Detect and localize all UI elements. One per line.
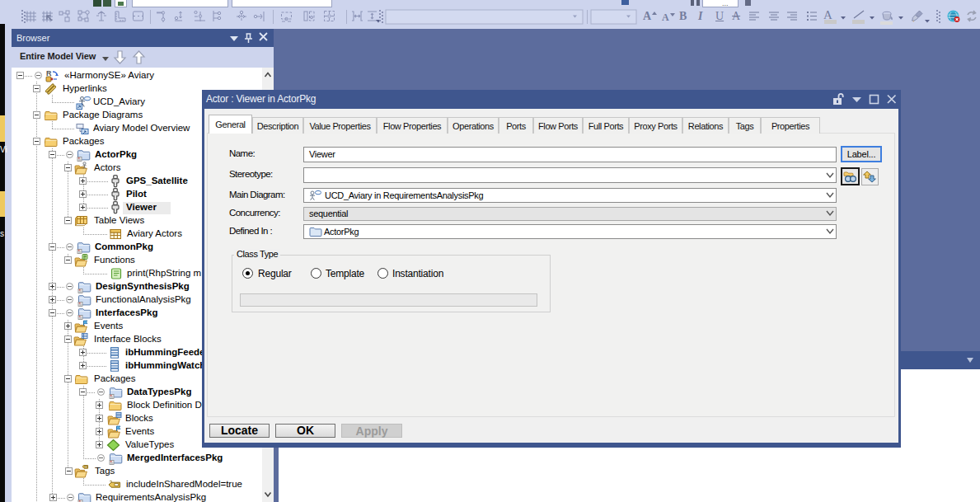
svg-text:R: R	[46, 69, 52, 77]
